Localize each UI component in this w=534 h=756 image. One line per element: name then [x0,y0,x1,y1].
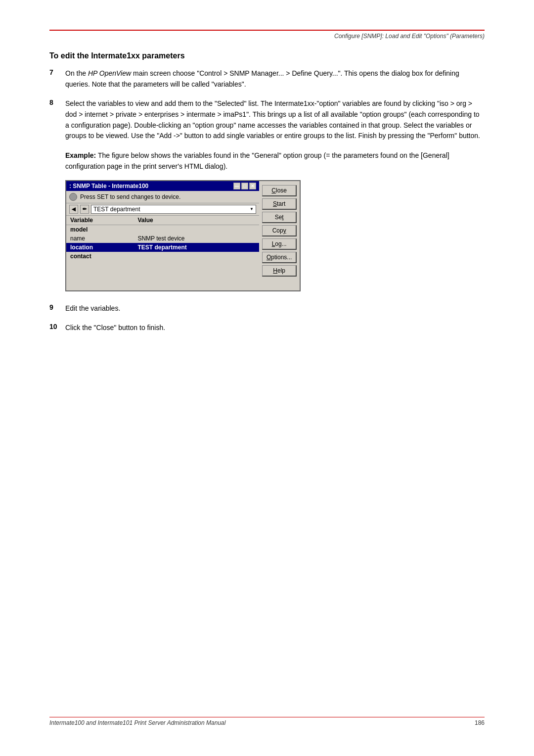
snmp-dialog: : SNMP Table - Intermate100 — □ ✕ Press … [65,180,301,291]
help-button[interactable]: Help [262,265,297,277]
step-10-number: 10 [49,323,65,331]
dialog-dropdown-row: ◀ ✏ TEST department ▼ [66,203,259,216]
column-value: Value [134,216,259,225]
footer-text: Intermate100 and Intermate101 Print Serv… [49,719,225,726]
set-button[interactable]: Set [262,212,297,223]
step-8: 8 Select the variables to view and add t… [49,98,485,142]
step-8-content: Select the variables to view and add the… [65,98,485,142]
step-7: 7 On the HP OpenView main screen choose … [49,68,485,90]
table-empty-row [66,261,259,290]
cell-value: TEST department [134,243,259,252]
dropdown-field[interactable]: TEST department ▼ [91,205,256,214]
table-row-location[interactable]: location TEST department [66,243,259,252]
cell-variable: model [66,225,134,234]
table-row[interactable]: contact [66,252,259,261]
table-header-row: Variable Value [66,216,259,225]
cell-variable: contact [66,252,134,261]
maximize-button[interactable]: □ [241,183,248,189]
example-label: Example: [65,151,96,159]
column-variable: Variable [66,216,134,225]
dialog-table-area: Variable Value model name SNMP te [66,216,259,290]
footer: Intermate100 and Intermate101 Print Serv… [49,717,485,726]
table-row[interactable]: model [66,225,259,234]
section-heading: To edit the Intermate1xx parameters [49,51,485,60]
start-button[interactable]: Start [262,198,297,210]
close-button[interactable]: Close [262,185,297,196]
variables-table: Variable Value model name SNMP te [66,216,259,290]
step-10: 10 Click the "Close" button to finish. [49,323,485,333]
dropdown-value: TEST department [93,206,140,213]
header-title: Configure [SNMP]: Load and Edit "Options… [49,33,485,40]
dialog-status-bar: Press SET to send changes to device. [66,191,259,203]
dialog-title: : SNMP Table - Intermate100 [69,183,148,189]
dialog-main: : SNMP Table - Intermate100 — □ ✕ Press … [66,181,259,290]
step-8-number: 8 [49,98,65,106]
step-7-content: On the HP OpenView main screen choose "C… [65,68,485,90]
options-button[interactable]: Options... [262,252,297,263]
cell-value [134,252,259,261]
step-9: 9 Edit the variables. [49,303,485,314]
step-7-number: 7 [49,68,65,76]
step-10-content: Click the "Close" button to finish. [65,323,485,333]
titlebar-buttons: — □ ✕ [233,183,256,189]
step-9-content: Edit the variables. [65,303,485,314]
cell-variable: location [66,243,134,252]
snmp-dialog-wrapper: : SNMP Table - Intermate100 — □ ✕ Press … [65,180,485,291]
table-row[interactable]: name SNMP test device [66,234,259,243]
status-text: Press SET to send changes to device. [80,193,180,200]
example-paragraph: Example: The figure below shows the vari… [65,150,485,172]
cell-value: SNMP test device [134,234,259,243]
dialog-titlebar: : SNMP Table - Intermate100 — □ ✕ [66,181,259,191]
header-rule [49,30,485,31]
close-title-button[interactable]: ✕ [249,183,256,189]
footer-page: 186 [475,719,485,726]
dialog-buttons-panel: Close Start Set Copy Log... Options... H… [259,181,300,290]
example-text: The figure below shows the variables fou… [65,151,449,170]
log-button[interactable]: Log... [262,238,297,250]
copy-button[interactable]: Copy [262,225,297,236]
back-button[interactable]: ◀ [69,205,78,214]
page: Configure [SNMP]: Load and Edit "Options… [0,0,534,756]
cell-value [134,225,259,234]
step-7-italic: HP OpenView [88,69,131,77]
status-icon [69,193,77,201]
forward-button[interactable]: ✏ [80,205,89,214]
minimize-button[interactable]: — [233,183,240,189]
dropdown-arrow-icon: ▼ [250,207,254,211]
step-9-number: 9 [49,303,65,311]
cell-variable: name [66,234,134,243]
